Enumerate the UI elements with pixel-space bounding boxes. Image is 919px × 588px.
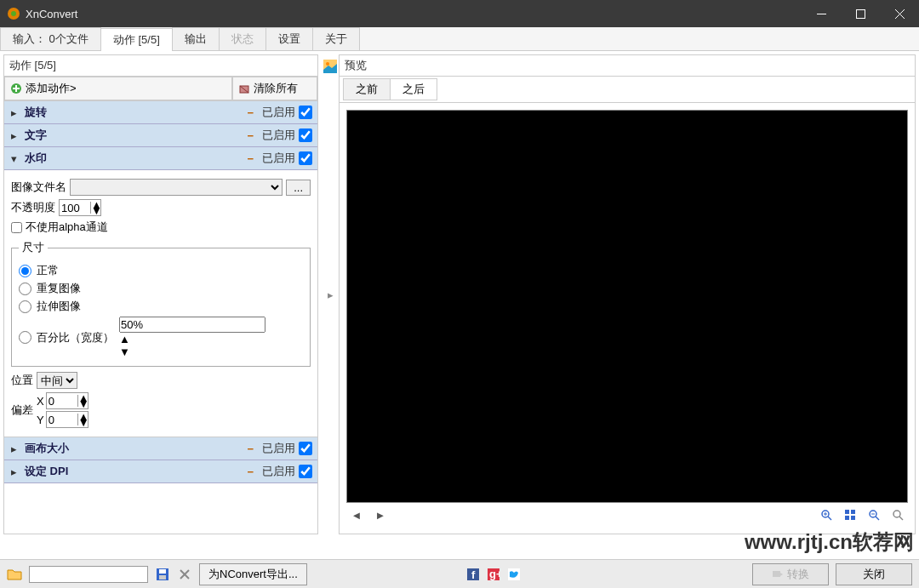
svg-rect-19: [845, 516, 849, 520]
enabled-checkbox[interactable]: [299, 465, 312, 478]
radio-tile[interactable]: [19, 283, 31, 295]
export-button[interactable]: 为NConvert导出...: [199, 563, 307, 585]
offset-label: 偏差: [11, 402, 33, 418]
percent-spinner[interactable]: ▲▼: [119, 317, 265, 358]
svg-rect-36: [773, 571, 780, 577]
x-input[interactable]: [47, 395, 72, 408]
svg-rect-17: [845, 510, 849, 514]
position-select[interactable]: 中间: [37, 372, 77, 389]
y-label: Y: [37, 414, 44, 426]
svg-point-24: [893, 511, 900, 517]
enabled-checkbox[interactable]: [299, 151, 312, 165]
chevron-right-icon: ▸: [9, 106, 18, 119]
tab-about[interactable]: 关于: [312, 27, 360, 50]
x-label: X: [37, 395, 44, 408]
enabled-label: 已启用: [262, 441, 295, 456]
svg-rect-18: [851, 510, 855, 514]
browse-button[interactable]: ...: [286, 180, 311, 196]
position-label: 位置: [11, 373, 33, 388]
tab-output[interactable]: 输出: [172, 27, 220, 50]
zoom-in-icon[interactable]: [818, 506, 835, 523]
radio-percent[interactable]: [19, 331, 31, 344]
convert-label: 转换: [787, 567, 809, 582]
size-fieldset: 尺寸 正常 重复图像 拉伸图像 百分比（宽度） ▲▼: [11, 240, 311, 367]
tab-before[interactable]: 之前: [343, 78, 391, 100]
prev-image-button[interactable]: ◄: [348, 506, 365, 523]
y-input[interactable]: [47, 414, 72, 426]
radio-tile-label: 重复图像: [37, 281, 81, 296]
path-input[interactable]: [29, 566, 148, 583]
delete-icon[interactable]: [177, 567, 192, 582]
svg-text:f: f: [471, 568, 476, 580]
tab-status[interactable]: 状态: [219, 27, 266, 50]
fit-icon[interactable]: [842, 506, 859, 523]
y-spinner[interactable]: ▲▼: [46, 411, 88, 428]
remove-icon[interactable]: −: [247, 129, 254, 142]
add-action-button[interactable]: 添加动作>: [4, 77, 232, 100]
action-label: 文字: [25, 128, 247, 143]
enabled-checkbox[interactable]: [299, 442, 312, 455]
window-title: XnConvert: [26, 8, 802, 20]
app-logo-icon: [7, 7, 20, 20]
next-image-button[interactable]: ►: [372, 506, 389, 523]
remove-icon[interactable]: −: [247, 442, 254, 455]
convert-icon: [772, 568, 784, 580]
save-icon[interactable]: [155, 567, 170, 582]
action-rotate[interactable]: ▸ 旋转 − 已启用: [4, 101, 317, 124]
opacity-label: 不透明度: [11, 200, 55, 215]
chevron-down-icon: ▾: [9, 152, 18, 165]
expand-right-icon[interactable]: ▸: [328, 288, 334, 301]
folder-icon[interactable]: [7, 568, 22, 581]
action-watermark[interactable]: ▾ 水印 − 已启用: [4, 147, 317, 170]
action-canvas[interactable]: ▸ 画布大小 − 已启用: [4, 437, 317, 460]
enabled-label: 已启用: [262, 128, 295, 143]
enabled-checkbox[interactable]: [299, 106, 312, 119]
clear-all-button[interactable]: 清除所有: [232, 77, 317, 100]
action-dpi[interactable]: ▸ 设定 DPI − 已启用: [4, 460, 317, 483]
no-alpha-checkbox[interactable]: [11, 222, 22, 233]
facebook-icon[interactable]: f: [467, 568, 479, 580]
close-footer-button[interactable]: 关闭: [836, 563, 912, 585]
remove-icon[interactable]: −: [247, 152, 254, 165]
convert-button[interactable]: 转换: [752, 563, 829, 585]
google-plus-icon[interactable]: g+: [488, 568, 499, 580]
tab-input[interactable]: 输入： 0个文件: [0, 27, 101, 50]
clear-icon: [238, 83, 250, 94]
image-icon: [323, 60, 337, 73]
zoom-out-icon[interactable]: [865, 506, 882, 523]
enabled-label: 已启用: [262, 464, 295, 479]
preview-canvas: [346, 110, 908, 503]
enabled-label: 已启用: [262, 151, 295, 166]
zoom-reset-icon[interactable]: [889, 506, 906, 523]
preview-panel: 预览 之前 之后 ◄ ►: [339, 54, 916, 534]
watermark-settings: 图像文件名 ... 不透明度 ▲▼ 不使用alpha通道 尺寸 正常 重复图像 …: [4, 170, 317, 437]
opacity-spinner[interactable]: ▲▼: [59, 199, 101, 216]
opacity-input[interactable]: [60, 202, 85, 214]
twitter-icon[interactable]: [508, 568, 520, 580]
remove-icon[interactable]: −: [247, 106, 254, 119]
tab-actions[interactable]: 动作 [5/5]: [100, 28, 173, 51]
minimize-button[interactable]: [802, 0, 841, 27]
preview-header: 预览: [340, 55, 915, 77]
svg-point-12: [326, 62, 329, 66]
svg-line-22: [876, 517, 879, 520]
action-text[interactable]: ▸ 文字 − 已启用: [4, 124, 317, 147]
tab-settings[interactable]: 设置: [265, 27, 313, 50]
svg-text:g+: g+: [489, 568, 499, 580]
actions-panel: 动作 [5/5] 添加动作> 清除所有 ▸ 旋转 − 已启用 ▸ 文字 − 已启…: [3, 54, 318, 534]
action-label: 画布大小: [25, 441, 247, 456]
filename-select[interactable]: [70, 179, 283, 196]
radio-normal[interactable]: [19, 265, 31, 277]
x-spinner[interactable]: ▲▼: [46, 392, 88, 409]
chevron-right-icon: ▸: [9, 129, 18, 142]
remove-icon[interactable]: −: [247, 465, 254, 478]
enabled-checkbox[interactable]: [299, 128, 312, 142]
radio-stretch[interactable]: [19, 300, 31, 313]
percent-input[interactable]: [119, 317, 265, 333]
maximize-button[interactable]: [841, 0, 880, 27]
chevron-right-icon: ▸: [9, 442, 18, 455]
close-button[interactable]: [880, 0, 919, 27]
radio-percent-label: 百分比（宽度）: [37, 330, 114, 345]
actions-panel-header: 动作 [5/5]: [4, 55, 317, 77]
tab-after[interactable]: 之后: [390, 78, 437, 100]
